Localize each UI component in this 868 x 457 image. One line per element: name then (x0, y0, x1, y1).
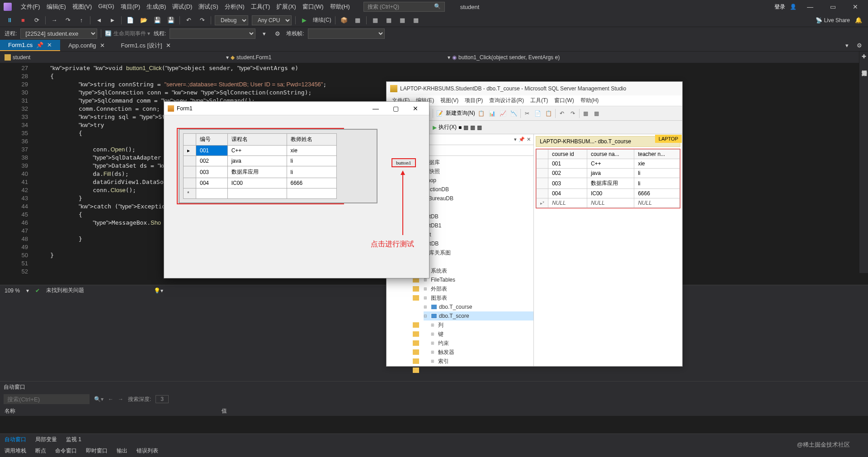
toolbar-icon[interactable]: ▾ (259, 28, 269, 38)
stop-icon[interactable]: ■ (18, 15, 28, 25)
bottom-tab[interactable]: 局部变量 (31, 434, 61, 445)
ssms-titlebar[interactable]: LAPTOP-KRHBSUMS.StudentDB - dbo.T_course… (387, 82, 682, 95)
copy-icon[interactable]: 📄 (533, 109, 542, 118)
namespace-context[interactable]: student (0, 54, 222, 61)
tree-node[interactable]: ⊞系统表 (424, 266, 533, 275)
add-icon[interactable]: ✚ (859, 52, 868, 61)
new-query-label[interactable]: 新建查询(N) (446, 109, 475, 117)
save-all-icon[interactable]: 💾 (166, 15, 176, 25)
menu-item[interactable]: 帮助(H) (327, 1, 353, 13)
toolbar-icon[interactable]: ▦ (397, 15, 407, 25)
toolbar-icon[interactable]: 📈 (499, 109, 508, 118)
notif-icon[interactable]: 🔔 (854, 15, 863, 25)
bottom-tab[interactable]: 自动窗口 (0, 434, 31, 445)
search-depth-value[interactable]: 3 (156, 395, 169, 403)
process-select[interactable]: [22524] student.exe (20, 28, 97, 39)
toolbar-icon[interactable]: 📊 (488, 109, 497, 118)
menu-item[interactable]: 文件(F) (18, 1, 43, 13)
live-share[interactable]: 📡 Live Share (816, 17, 850, 24)
toolbar-icon[interactable]: ▦ (463, 124, 468, 131)
step-into-icon[interactable]: → (49, 15, 59, 25)
close-button[interactable]: ✕ (846, 3, 864, 10)
close-icon[interactable]: ✕ (100, 42, 105, 49)
form1-titlebar[interactable]: Form1 — ▢ ✕ (164, 102, 429, 115)
tree-node[interactable]: tructionDB (416, 185, 533, 194)
tree-node[interactable]: ⊞触发器 (431, 348, 533, 357)
tree-node[interactable]: ⊞索引 (431, 357, 533, 366)
zoom-level[interactable]: 109 % (5, 287, 20, 294)
toolbar-icon[interactable]: ▦ (592, 109, 601, 118)
menu-item[interactable]: 调试(D) (170, 1, 195, 13)
stop-icon[interactable]: ■ (458, 124, 462, 131)
redo-icon[interactable]: ↷ (568, 109, 577, 118)
tree-node[interactable] (416, 257, 533, 266)
tree-node[interactable]: ⊞键 (431, 330, 533, 339)
paste-icon[interactable]: 📋 (544, 109, 553, 118)
redo-icon[interactable]: ↷ (197, 15, 207, 25)
toolbar-icon[interactable]: ▦ (581, 109, 590, 118)
toolbar-icon[interactable]: 📦 (339, 15, 349, 25)
tree-node[interactable]: ⊞约束 (431, 339, 533, 348)
execute-label[interactable]: 执行(X) (439, 123, 457, 131)
menu-item[interactable]: 视图(V) (438, 96, 461, 105)
tree-node[interactable]: ⊞FileTables (424, 275, 533, 284)
close-button[interactable]: ✕ (406, 105, 425, 112)
back-icon[interactable]: ← (108, 396, 113, 402)
menu-item[interactable]: 帮助(H) (578, 96, 602, 105)
bottom-tab[interactable]: 调用堆栈 (0, 445, 31, 457)
pin-icon[interactable]: 📌 (519, 137, 525, 142)
tree-node[interactable]: orBureauDB (416, 194, 533, 203)
new-query-icon[interactable]: 📝 (435, 109, 444, 118)
auto-search-input[interactable] (4, 394, 90, 404)
cut-icon[interactable]: ✂ (523, 109, 532, 118)
thread-select[interactable] (170, 28, 255, 39)
menu-item[interactable]: 测试(S) (196, 1, 221, 13)
menu-item[interactable]: 项目(P) (118, 1, 143, 13)
stackframe-select[interactable] (308, 28, 385, 39)
close-icon[interactable]: ✕ (47, 42, 52, 48)
method-context[interactable]: ▾ ◉button1_Click(object sender, EventArg… (443, 54, 665, 61)
toolbar-icon[interactable]: 📋 (477, 109, 486, 118)
platform-select[interactable]: Any CPU (252, 15, 292, 25)
continue-label[interactable]: 继续(C) (313, 16, 331, 24)
tree-node[interactable]: ⊞统计信息 (431, 366, 533, 366)
menu-item[interactable]: 生成(B) (144, 1, 169, 13)
col-value[interactable]: 值 (217, 405, 231, 416)
result-tab-2[interactable]: LAPTOP (655, 135, 682, 143)
user-icon[interactable]: 👤 (790, 4, 797, 10)
save-icon[interactable]: 💾 (152, 15, 162, 25)
tree-node[interactable]: uctDB (416, 212, 533, 221)
menu-item[interactable]: 工具(T) (248, 1, 273, 13)
menu-item[interactable]: 工具(T) (528, 96, 551, 105)
solution-explorer-tab[interactable]: 解决方案资源管理器 (859, 61, 868, 71)
lightbulb-icon[interactable]: 💡▾ (154, 287, 163, 294)
tree-node[interactable]: 据库关系图 (416, 248, 533, 257)
toolbar-icon[interactable]: 📉 (509, 109, 519, 118)
tree-node[interactable]: 3 (416, 203, 533, 212)
undo-icon[interactable]: ↶ (557, 109, 566, 118)
tree-node[interactable]: ⊞外部表 (424, 284, 533, 293)
tree-node[interactable]: ⊟dbo.T_score (424, 311, 533, 320)
close-icon[interactable]: ✕ (166, 42, 171, 49)
search-box[interactable]: 搜索 (Ctrl+Q)🔍 (363, 2, 445, 12)
editor-tab[interactable]: Form1.cs [设计] ✕ (113, 40, 179, 51)
step-out-icon[interactable]: ↑ (76, 15, 86, 25)
toolbar-icon[interactable]: ▦ (470, 124, 475, 131)
continue-icon[interactable]: ▶ (299, 15, 309, 25)
col-name[interactable]: 名称 (0, 405, 217, 416)
maximize-button[interactable]: ▢ (386, 105, 406, 112)
menu-item[interactable]: Git(G) (95, 1, 117, 13)
undo-icon[interactable]: ↶ (184, 15, 193, 25)
menu-item[interactable]: 窗口(W) (552, 96, 576, 105)
minimize-button[interactable]: — (366, 105, 386, 112)
fwd-icon[interactable]: → (118, 396, 123, 402)
maximize-button[interactable]: ▭ (824, 3, 842, 10)
menu-item[interactable]: 窗口(W) (300, 1, 326, 13)
datagridview[interactable]: 编号课程名教师姓名 ▸001C++xie002javali003数据库应用li0… (183, 133, 337, 199)
bottom-tab[interactable]: 即时窗口 (81, 445, 112, 457)
bottom-tab[interactable]: 命令窗口 (51, 445, 81, 457)
login-link[interactable]: 登录 (774, 3, 785, 11)
bottom-tab[interactable]: 断点 (31, 445, 51, 457)
tree-node[interactable]: ent (416, 230, 533, 239)
result-tab[interactable]: LAPTOP-KRHBSUM...- dbo.T_course LAPTOP (536, 136, 680, 147)
